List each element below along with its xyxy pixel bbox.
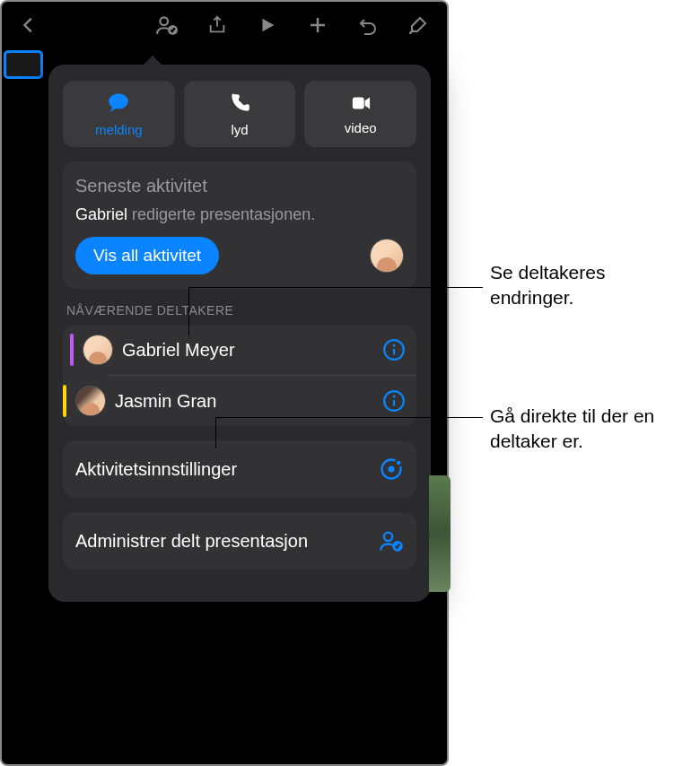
- audio-button[interactable]: lyd: [184, 81, 296, 147]
- show-all-activity-button[interactable]: Vis all aktivitet: [75, 237, 219, 274]
- participant-list: Gabriel Meyer Jasmin Gran: [63, 325, 416, 426]
- slide-thumbnail[interactable]: [4, 50, 43, 79]
- latest-activity-card: Seneste aktivitet Gabriel redigerte pres…: [63, 161, 416, 289]
- callout-line: [188, 287, 189, 336]
- callout-line: [215, 417, 216, 448]
- participant-color-indicator: [70, 334, 74, 366]
- phone-icon: [228, 91, 251, 118]
- svg-point-0: [160, 17, 168, 25]
- message-label: melding: [95, 122, 143, 137]
- participant-avatar: [83, 335, 113, 365]
- callout-line: [215, 417, 483, 418]
- activity-avatar[interactable]: [370, 239, 404, 273]
- svg-point-13: [393, 396, 396, 398]
- message-button[interactable]: melding: [63, 81, 175, 147]
- video-label: video: [345, 120, 377, 135]
- participant-color-indicator: [63, 385, 66, 417]
- callout-text: Gå direkte til der en deltaker er.: [490, 404, 687, 455]
- contact-options: melding lyd video: [63, 81, 416, 147]
- latest-activity-text: Gabriel redigerte presentasjonen.: [75, 205, 404, 224]
- svg-marker-7: [364, 97, 370, 109]
- svg-rect-6: [353, 97, 364, 109]
- background-slide-preview: [429, 475, 451, 592]
- collaborate-icon[interactable]: [154, 13, 179, 38]
- participant-name: Gabriel Meyer: [122, 340, 382, 361]
- callout-text: Se deltakeres endringer.: [490, 260, 678, 311]
- add-icon[interactable]: [305, 13, 330, 38]
- video-icon: [347, 93, 374, 117]
- callout-line: [188, 287, 483, 288]
- audio-label: lyd: [231, 122, 248, 137]
- svg-point-5: [109, 93, 128, 109]
- svg-point-16: [396, 460, 402, 466]
- participant-avatar: [75, 386, 106, 416]
- svg-point-15: [389, 466, 395, 473]
- svg-point-10: [393, 344, 396, 347]
- participants-header: NÅVÆRENDE DELTAKERE: [66, 303, 413, 318]
- activity-action: redigerte presentasjonen.: [127, 205, 315, 223]
- latest-activity-title: Seneste aktivitet: [75, 176, 404, 196]
- message-icon: [105, 91, 132, 118]
- settings-gear-icon: [379, 457, 404, 482]
- share-icon[interactable]: [205, 13, 230, 38]
- info-icon[interactable]: [382, 389, 406, 413]
- manage-shared-button[interactable]: Administrer delt presentasjon: [63, 512, 416, 570]
- video-button[interactable]: video: [304, 81, 416, 147]
- app-window: melding lyd video Seneste aktivitet Gabr…: [0, 0, 449, 766]
- format-brush-icon[interactable]: [406, 13, 431, 38]
- svg-marker-2: [263, 19, 275, 32]
- svg-point-17: [384, 533, 392, 541]
- collaborate-icon: [379, 528, 404, 553]
- toolbar: [2, 2, 447, 48]
- collaboration-popover: melding lyd video Seneste aktivitet Gabr…: [48, 65, 431, 602]
- undo-icon[interactable]: [355, 13, 381, 38]
- activity-actor: Gabriel: [75, 205, 127, 223]
- info-icon[interactable]: [382, 338, 406, 361]
- activity-settings-button[interactable]: Aktivitetsinnstillinger: [63, 440, 416, 498]
- play-icon[interactable]: [255, 13, 280, 38]
- participant-row[interactable]: Jasmin Gran: [108, 375, 416, 426]
- participant-name: Jasmin Gran: [115, 391, 382, 412]
- activity-settings-label: Aktivitetsinnstillinger: [75, 457, 237, 481]
- manage-shared-label: Administrer delt presentasjon: [75, 529, 308, 553]
- back-icon[interactable]: [16, 13, 41, 38]
- participant-row[interactable]: Gabriel Meyer: [63, 325, 416, 375]
